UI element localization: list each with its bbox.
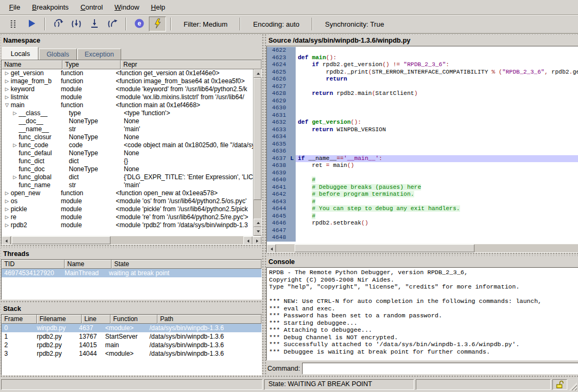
expand-arrow-icon[interactable]: ▷ [3, 205, 11, 213]
menu-breakpoints[interactable]: Breakpoints [26, 1, 75, 13]
line-number[interactable]: 4631 [267, 112, 288, 119]
source-line[interactable]: 4624 if rpdb2.get_version() != "RPDB_2_3… [267, 61, 578, 69]
source-line[interactable]: 4634 [267, 133, 578, 141]
line-number[interactable]: 4632 [267, 119, 288, 126]
expand-arrow-icon[interactable]: ▷ [3, 189, 11, 197]
scroll-up-button[interactable] [254, 69, 262, 78]
namespace-row[interactable]: ▷func_globaldict{'DLG_EXPR_TITLE': 'Ente… [2, 173, 253, 181]
namespace-row[interactable]: ▷remodule<module 're' from '/usr/lib64/p… [2, 213, 253, 221]
stack-frame-row[interactable]: 0winpdb.py4637<module>/data/sys/bin/winp… [2, 324, 262, 332]
menu-window[interactable]: Window [109, 1, 145, 13]
column-header-repr[interactable]: Repr [121, 60, 262, 69]
column-header-path[interactable]: Path [157, 315, 262, 324]
line-number[interactable]: 4644 [267, 205, 288, 213]
source-line[interactable]: 4625 rpdb2._print(STR_ERROR_INTERFACE_CO… [267, 69, 578, 76]
source-line[interactable]: 4627 [267, 83, 578, 91]
expand-arrow-icon[interactable]: ▷ [3, 69, 11, 77]
namespace-row[interactable]: ▷rpdb2module<module 'rpdb2' from '/data/… [2, 221, 253, 229]
namespace-row[interactable]: ▷get_versionfunction<function get_versio… [2, 69, 253, 77]
source-line[interactable]: 4633 return WINPDB_VERSION [267, 126, 578, 134]
stack-frame-row[interactable]: 3rpdb2.py14044<module>/data/sys/bin/winp… [2, 349, 262, 358]
column-header-state[interactable]: State [112, 260, 262, 269]
source-line[interactable]: 4636 [267, 148, 578, 155]
expand-arrow-icon[interactable]: ▷ [11, 173, 19, 181]
source-line[interactable]: 4629 [267, 98, 578, 105]
source-line[interactable]: 4630 [267, 105, 578, 112]
namespace-row[interactable]: ▷__class__type<type 'function'> [2, 109, 253, 117]
namespace-row[interactable]: func_dictdict{} [2, 157, 253, 165]
line-number[interactable]: 4643 [267, 198, 288, 206]
command-input[interactable] [302, 363, 578, 374]
namespace-horizontal-scrollbar[interactable] [2, 236, 262, 244]
source-line[interactable]: 4622 [267, 47, 578, 54]
source-line[interactable]: 4626 return [267, 76, 578, 83]
namespace-row[interactable]: __name__str'main' [2, 125, 253, 133]
stack-frame-row[interactable]: 1rpdb2.py13767StartServer/data/sys/bin/w… [2, 332, 262, 341]
line-number[interactable]: 4630 [267, 105, 288, 112]
thread-row[interactable]: 46974534127920MainThreadwaiting at break… [2, 269, 262, 277]
line-number[interactable]: 4626 [267, 76, 288, 83]
column-header-name[interactable]: Name [65, 260, 112, 269]
source-horizontal-scrollbar[interactable] [267, 244, 578, 252]
source-line[interactable]: 4623def main(): [267, 54, 578, 62]
line-number[interactable]: 4639 [267, 170, 288, 177]
expand-arrow-icon[interactable]: ▷ [3, 93, 11, 101]
collapse-arrow-icon[interactable]: ▽ [3, 101, 11, 109]
source-line[interactable]: 4635 [267, 141, 578, 148]
namespace-row[interactable]: func_namestr'main' [2, 181, 253, 189]
namespace-row[interactable]: ▷listmixmodule<module 'wx.lib.mixins.lis… [2, 93, 253, 101]
line-number[interactable]: 4636 [267, 148, 288, 155]
scrollbar-thumb[interactable] [254, 78, 262, 200]
column-header-name[interactable]: Name [2, 60, 62, 69]
namespace-row[interactable]: ▷osmodule<module 'os' from '/usr/lib64/p… [2, 197, 253, 205]
line-number[interactable]: 4645 [267, 213, 288, 220]
go-button[interactable] [23, 17, 40, 31]
namespace-row[interactable]: ▷picklemodule<module 'pickle' from '/usr… [2, 205, 253, 213]
namespace-row[interactable]: ▽mainfunction<function main at 0x1ef4668… [2, 101, 253, 109]
tab-globals[interactable]: Globals [39, 49, 76, 60]
source-line[interactable]: 4628 return rpdb2.main(StartClient) [267, 90, 578, 98]
expand-arrow-icon[interactable]: ▷ [3, 221, 11, 229]
column-header-tid[interactable]: TID [2, 260, 65, 269]
line-number[interactable]: 4640 [267, 177, 288, 184]
menu-file[interactable]: File [3, 1, 26, 13]
break-button[interactable] [5, 17, 22, 31]
source-line[interactable]: 4641 # Debuggee breaks (pauses) here [267, 184, 578, 191]
line-number[interactable]: 4646 [267, 220, 288, 227]
line-number[interactable]: 4638 [267, 162, 288, 170]
encoding-toggle-button[interactable]: e [131, 17, 148, 31]
namespace-row[interactable]: ▷image_from_bfunction<function image_fro… [2, 77, 253, 85]
expand-arrow-icon[interactable]: ▷ [3, 77, 11, 85]
menu-help[interactable]: Help [145, 1, 171, 13]
namespace-row[interactable]: ▷keywordmodule<module 'keyword' from '/u… [2, 85, 253, 93]
tab-exception[interactable]: Exception [77, 49, 122, 60]
return-button[interactable] [104, 17, 121, 31]
line-number[interactable]: 4648 [267, 234, 288, 242]
source-line[interactable]: 4646 rpdb2.setbreak() [267, 220, 578, 227]
source-line[interactable]: 4645 # [267, 213, 578, 220]
tab-locals[interactable]: Locals [2, 47, 38, 60]
column-header-function[interactable]: Function [110, 315, 157, 324]
line-number[interactable]: 4627 [267, 83, 288, 91]
namespace-vertical-scrollbar[interactable] [253, 69, 262, 236]
expand-arrow-icon[interactable]: ▷ [3, 85, 11, 93]
scroll-left-button[interactable] [2, 236, 11, 245]
menu-control[interactable]: Control [75, 1, 109, 13]
namespace-row[interactable]: ▷open_newfunction<function open_new at 0… [2, 189, 253, 197]
line-number[interactable]: 4628 [267, 90, 288, 98]
line-number[interactable]: 4633 [267, 126, 288, 134]
expand-arrow-icon[interactable]: ▷ [3, 197, 11, 205]
source-line[interactable]: 4643 # [267, 198, 578, 206]
line-number[interactable]: 4622 [267, 47, 288, 54]
namespace-row[interactable]: func_defaulNoneTypeNone [2, 149, 253, 157]
column-header-frame[interactable]: Frame [2, 315, 37, 324]
namespace-row[interactable]: __doc__NoneTypeNone [2, 117, 253, 125]
scroll-down-button[interactable] [254, 227, 262, 236]
resize-grip[interactable] [569, 382, 577, 390]
line-number[interactable]: 4623 [267, 54, 288, 62]
column-header-type[interactable]: Type [62, 60, 121, 69]
source-line[interactable]: 4637Lif __name__=='__main__': [267, 155, 578, 163]
step-into-button[interactable] [68, 17, 85, 31]
synchronicity-toggle-button[interactable] [149, 17, 166, 31]
line-number[interactable]: 4624 [267, 61, 288, 69]
